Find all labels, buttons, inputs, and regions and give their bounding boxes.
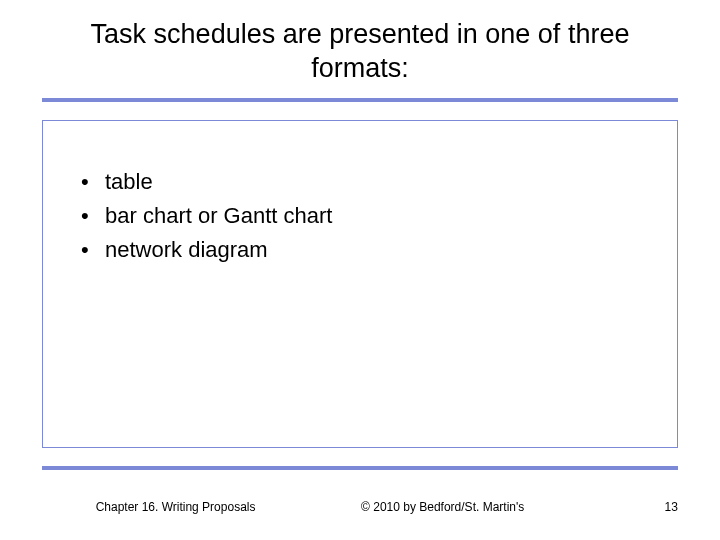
list-item: table — [79, 165, 649, 199]
list-item: bar chart or Gantt chart — [79, 199, 649, 233]
footer-chapter: Chapter 16. Writing Proposals — [42, 500, 309, 514]
list-item: network diagram — [79, 233, 649, 267]
bullet-list: table bar chart or Gantt chart network d… — [79, 165, 649, 267]
slide: Task schedules are presented in one of t… — [0, 0, 720, 540]
footer: Chapter 16. Writing Proposals © 2010 by … — [0, 500, 720, 514]
footer-page-number: 13 — [576, 500, 678, 514]
divider-top — [42, 98, 678, 102]
divider-bottom — [42, 466, 678, 470]
footer-copyright: © 2010 by Bedford/St. Martin's — [309, 500, 576, 514]
slide-title: Task schedules are presented in one of t… — [0, 18, 720, 98]
content-box: table bar chart or Gantt chart network d… — [42, 120, 678, 448]
